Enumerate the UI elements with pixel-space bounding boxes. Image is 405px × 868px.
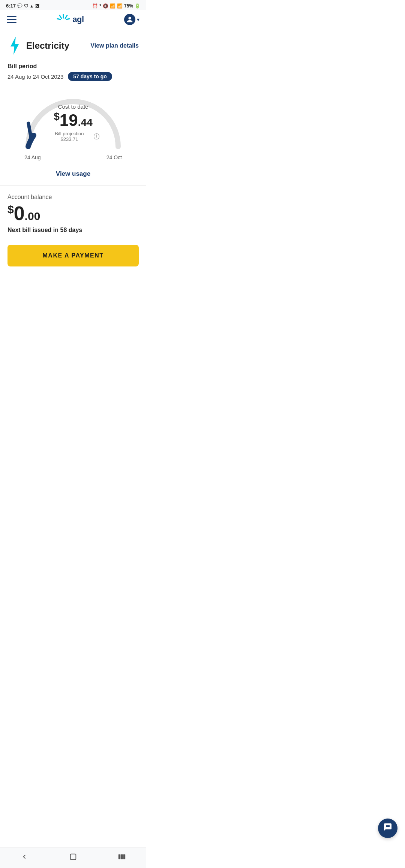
view-plan-details-link[interactable]: View plan details (90, 42, 139, 49)
user-account-button[interactable]: ▾ (124, 14, 140, 25)
alarm-icon: ⏰ (92, 3, 98, 9)
balance-amount: $0.00 (8, 204, 139, 223)
cost-to-date-label: Cost to date (47, 103, 99, 110)
lightning-bolt-icon (8, 37, 22, 55)
balance-whole: 0 (14, 202, 25, 224)
gauge-start-date: 24 Aug (24, 154, 41, 160)
navigation-icon: ▲ (30, 4, 34, 8)
bill-projection-label: Bill projection $233.71 (47, 131, 92, 142)
logo-text: agl (72, 15, 84, 24)
svg-line-2 (57, 19, 60, 19)
hamburger-line-3 (7, 22, 16, 23)
make-payment-button[interactable]: MAKE A PAYMENT (8, 245, 139, 266)
electricity-header: Electricity View plan details (0, 29, 146, 58)
gauge-dates: 24 Aug 24 Oct (21, 154, 126, 160)
electricity-title: Electricity (26, 40, 69, 51)
svg-line-1 (60, 15, 62, 18)
svg-line-3 (65, 15, 67, 18)
speech-bubble-icon: 💬 (17, 3, 22, 8)
bluetooth-icon: * (99, 3, 101, 9)
view-usage-link[interactable]: View usage (56, 170, 90, 177)
electricity-title-group: Electricity (8, 37, 69, 55)
next-bill-text: Next bill issued in 58 days (8, 227, 139, 233)
account-balance-section: Account balance $0.00 Next bill issued i… (0, 186, 146, 245)
time: 6:17 (6, 3, 16, 9)
svg-line-4 (66, 19, 69, 19)
gallery-icon: 🖼 (35, 4, 39, 8)
hamburger-line-2 (7, 19, 16, 20)
user-avatar (124, 14, 135, 25)
cost-cents: .44 (78, 117, 93, 128)
svg-marker-5 (10, 37, 19, 55)
status-bar: 6:17 💬 🛡 ▲ 🖼 ⏰ * 🔇 📶 📶 75% 🔋 (0, 0, 146, 10)
agl-logo: agl (57, 14, 84, 25)
hamburger-menu[interactable] (7, 16, 16, 23)
payment-section: MAKE A PAYMENT (0, 245, 146, 274)
gauge-center: Cost to date $19.44 Bill projection $233… (47, 103, 99, 142)
bill-period-label: Bill period (8, 63, 139, 70)
gauge-container: Cost to date $19.44 Bill projection $233… (21, 92, 126, 152)
shield-icon: 🛡 (24, 4, 28, 8)
battery-icon: 🔋 (135, 3, 140, 9)
gauge-end-date: 24 Oct (106, 154, 122, 160)
status-right: ⏰ * 🔇 📶 📶 75% 🔋 (92, 3, 140, 9)
chevron-down-icon: ▾ (137, 16, 140, 22)
wifi-icon: 📶 (110, 3, 116, 9)
bill-period-row: 24 Aug to 24 Oct 2023 57 days to go (8, 72, 139, 81)
bill-period-section: Bill period 24 Aug to 24 Oct 2023 57 day… (0, 58, 146, 81)
info-icon[interactable]: i (94, 133, 99, 139)
nav-bar: agl ▾ (0, 10, 146, 29)
signal-icon: 📶 (117, 3, 123, 9)
gauge-section: Cost to date $19.44 Bill projection $233… (0, 81, 146, 164)
agl-rays-icon (57, 14, 70, 25)
bill-dates: 24 Aug to 24 Oct 2023 (8, 73, 63, 80)
cost-whole: 19 (60, 111, 78, 129)
mute-icon: 🔇 (103, 3, 108, 9)
hamburger-line-1 (7, 16, 16, 17)
main-content: Electricity View plan details Bill perio… (0, 29, 146, 274)
cost-dollar: $ (54, 111, 60, 122)
days-to-go-badge: 57 days to go (68, 72, 112, 81)
bill-projection: Bill projection $233.71 i (47, 131, 99, 142)
account-balance-label: Account balance (8, 194, 139, 201)
view-usage-section: View usage (0, 164, 146, 186)
status-left: 6:17 💬 🛡 ▲ 🖼 (6, 3, 39, 9)
battery: 75% (124, 3, 133, 9)
balance-cents: .00 (25, 210, 40, 222)
balance-dollar: $ (8, 203, 14, 216)
cost-amount: $19.44 (47, 111, 99, 129)
